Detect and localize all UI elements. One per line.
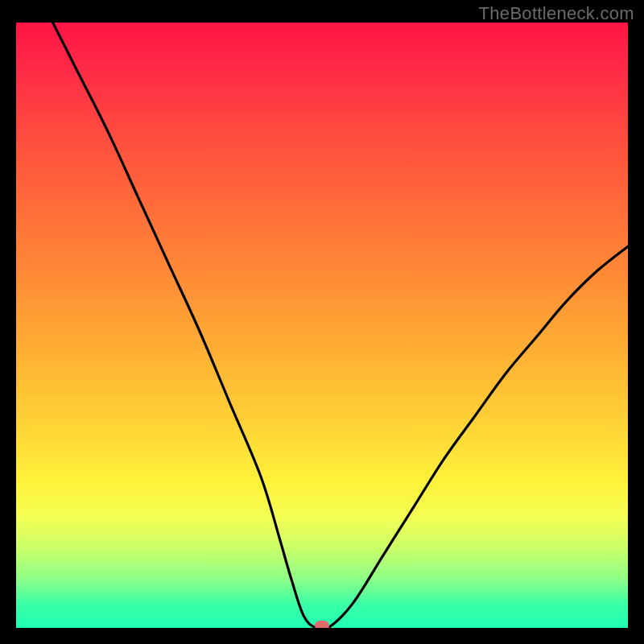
watermark-text: TheBottleneck.com — [479, 3, 634, 24]
minimum-marker — [315, 621, 329, 628]
plot-area — [16, 23, 628, 628]
bottleneck-curve — [16, 23, 628, 628]
chart-frame: TheBottleneck.com — [0, 0, 644, 644]
